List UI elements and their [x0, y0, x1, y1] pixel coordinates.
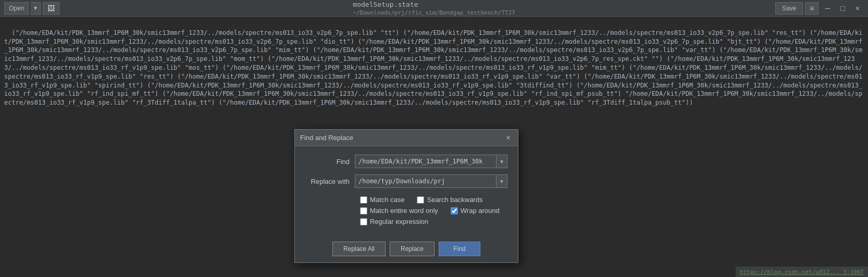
open-dropdown-arrow[interactable]: ▼ — [31, 2, 41, 15]
save-button[interactable]: Save — [775, 2, 803, 15]
close-button[interactable]: × — [851, 2, 864, 15]
file-icon-button[interactable]: 🖼 — [43, 2, 59, 15]
wrap-around-checkbox[interactable] — [451, 207, 458, 215]
status-bar: https://blog.csdn.net/u012... 3:1007 — [736, 267, 868, 277]
dialog-close-button[interactable]: × — [504, 134, 513, 142]
dialog-body: Find ▼ Replace with ▼ — [295, 146, 518, 237]
status-link[interactable]: https://blog.csdn.net/u012... 3:1007 — [740, 269, 864, 275]
replace-all-button[interactable]: Replace All — [332, 242, 386, 256]
search-backwards-option[interactable]: Search backwards — [417, 196, 482, 204]
open-button[interactable]: Open — [4, 2, 29, 15]
find-input-wrap: ▼ — [355, 155, 507, 168]
find-button[interactable]: Find — [439, 242, 480, 256]
window-title: modelSetup.state — [353, 1, 418, 8]
find-label: Find — [305, 158, 355, 166]
search-backwards-checkbox[interactable] — [417, 196, 424, 204]
options-section: Match case Search backwards Match entire… — [305, 194, 507, 231]
find-input[interactable] — [355, 155, 497, 168]
replace-dropdown-arrow[interactable]: ▼ — [497, 174, 507, 188]
dialog-titlebar: Find and Replace × — [295, 130, 518, 146]
match-case-option[interactable]: Match case — [360, 196, 404, 204]
match-case-checkbox[interactable] — [360, 196, 367, 204]
find-replace-dialog: Find and Replace × Find ▼ Replace with ▼ — [294, 129, 518, 263]
find-dropdown-arrow[interactable]: ▼ — [497, 155, 507, 168]
regex-checkbox[interactable] — [360, 218, 367, 225]
match-case-label: Match case — [370, 196, 404, 204]
match-word-option[interactable]: Match entire word only — [360, 207, 438, 215]
replace-input-wrap: ▼ — [355, 174, 507, 188]
title-bar: Open ▼ 🖼 modelSetup.state ~/Downloads/pr… — [0, 0, 868, 17]
title-bar-left: Open ▼ 🖼 — [4, 2, 59, 15]
replace-row: Replace with ▼ — [305, 174, 507, 188]
editor-content: ("/home/EDA/kit/PDK_13mmrf_1P6M_30k/smic… — [4, 29, 862, 106]
title-bar-right: Save ≡ ─ □ × — [775, 2, 864, 15]
options-row-3: Regular expression — [305, 216, 507, 227]
replace-button[interactable]: Replace — [390, 242, 435, 256]
minimize-button[interactable]: ─ — [821, 2, 834, 15]
options-row-1: Match case Search backwards — [305, 194, 507, 205]
regex-label: Regular expression — [370, 218, 428, 225]
dialog-title: Find and Replace — [300, 134, 353, 142]
wrap-around-label: Wrap around — [461, 207, 500, 215]
match-word-label: Match entire word only — [370, 207, 438, 215]
search-backwards-label: Search backwards — [427, 196, 482, 204]
replace-label: Replace with — [305, 178, 355, 185]
window-subtitle: ~/Downloads/prj/rfic_sim/Bandgap_testben… — [353, 9, 515, 16]
replace-input[interactable] — [355, 174, 497, 188]
title-bar-center: modelSetup.state ~/Downloads/prj/rfic_si… — [353, 1, 515, 16]
regex-option[interactable]: Regular expression — [360, 218, 428, 225]
menu-button[interactable]: ≡ — [805, 2, 819, 15]
options-row-2: Match entire word only Wrap around — [305, 205, 507, 216]
find-row: Find ▼ — [305, 155, 507, 168]
restore-button[interactable]: □ — [836, 2, 849, 15]
wrap-around-option[interactable]: Wrap around — [451, 207, 500, 215]
dialog-buttons: Replace All Replace Find — [295, 237, 518, 262]
match-word-checkbox[interactable] — [360, 207, 367, 215]
